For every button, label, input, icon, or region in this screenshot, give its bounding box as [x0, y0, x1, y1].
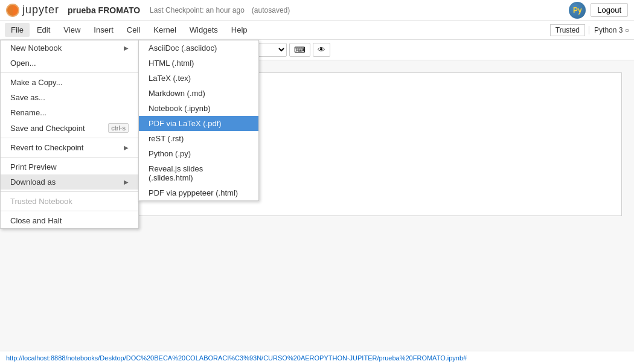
download-python[interactable]: Python (.py): [139, 146, 258, 161]
menu-save-as[interactable]: Save as...: [1, 90, 138, 105]
menu-edit[interactable]: Edit: [31, 23, 56, 37]
python-logo-icon: Py: [569, 2, 586, 19]
menu-close-halt[interactable]: Close and Halt: [1, 213, 138, 228]
download-html[interactable]: HTML (.html): [139, 56, 258, 71]
download-submenu: AsciiDoc (.asciidoc) HTML (.html) LaTeX …: [138, 40, 259, 201]
menu-file[interactable]: File: [5, 23, 30, 37]
topbar: jupyter prueba FROMATO Last Checkpoint: …: [0, 0, 634, 21]
download-rest[interactable]: reST (.rst): [139, 131, 258, 146]
eye-button[interactable]: 👁: [313, 43, 330, 57]
download-pdf-latex[interactable]: PDF via LaTeX (.pdf): [139, 116, 258, 131]
menu-kernel[interactable]: Kernel: [147, 23, 182, 37]
checkpoint-label: Last Checkpoint: an hour ago: [150, 6, 245, 14]
dropdown-sep3: [1, 157, 138, 158]
logout-button[interactable]: Logout: [591, 3, 628, 17]
file-menu-dropdown: New Notebook ▶ Open... Make a Copy... Sa…: [0, 40, 139, 229]
menu-cell[interactable]: Cell: [121, 23, 146, 37]
statusbar: http://localhost:8888/notebooks/Desktop/…: [0, 351, 634, 364]
app-name: jupyter: [22, 4, 59, 16]
autosaved-label: (autosaved): [252, 6, 290, 14]
dropdown-sep5: [1, 211, 138, 211]
menu-rename[interactable]: Rename...: [1, 105, 138, 120]
menu-save-checkpoint[interactable]: Save and Checkpoint ctrl-s: [1, 120, 138, 136]
download-as-arrow-icon: ▶: [124, 179, 129, 185]
kernel-info: Python 3 ○: [589, 26, 629, 34]
menu-make-copy[interactable]: Make a Copy...: [1, 75, 138, 90]
download-revealjs[interactable]: Reveal.js slides (.slides.html): [139, 161, 258, 185]
menu-open[interactable]: Open...: [1, 56, 138, 71]
download-latex[interactable]: LaTeX (.tex): [139, 71, 258, 86]
notebook-url-link[interactable]: http://localhost:8888/notebooks/Desktop/…: [6, 354, 467, 362]
download-markdown[interactable]: Markdown (.md): [139, 86, 258, 101]
revert-checkpoint-arrow-icon: ▶: [124, 144, 129, 151]
notebook-title: prueba FROMATO: [68, 5, 140, 15]
save-checkpoint-kbd: ctrl-s: [108, 123, 129, 133]
menu-new-notebook[interactable]: New Notebook ▶: [1, 40, 138, 56]
dropdown-sep1: [1, 72, 138, 73]
download-pdf-pyppeteer[interactable]: PDF via pyppeteer (.html): [139, 185, 258, 200]
jupyter-spinner-icon: [6, 4, 19, 17]
new-notebook-arrow-icon: ▶: [124, 45, 129, 51]
menu-revert-checkpoint[interactable]: Revert to Checkpoint ▶: [1, 140, 138, 155]
menu-print-preview[interactable]: Print Preview: [1, 159, 138, 174]
dropdown-sep2: [1, 138, 138, 138]
menu-widgets[interactable]: Widgets: [184, 23, 224, 37]
menu-view[interactable]: View: [57, 23, 86, 37]
menu-help[interactable]: Help: [225, 23, 254, 37]
menubar: File Edit View Insert Cell Kernel Widget…: [0, 21, 634, 40]
dropdown-sep4: [1, 191, 138, 192]
jupyter-logo: jupyter: [6, 4, 59, 17]
download-asciidoc[interactable]: AsciiDoc (.asciidoc): [139, 40, 258, 56]
download-notebook[interactable]: Notebook (.ipynb): [139, 101, 258, 116]
menu-trusted-notebook: Trusted Notebook: [1, 194, 138, 209]
keyboard-button[interactable]: ⌨: [289, 43, 310, 57]
menu-download-as[interactable]: Download as ▶: [1, 174, 138, 190]
menu-insert[interactable]: Insert: [88, 23, 120, 37]
trusted-button[interactable]: Trusted: [550, 24, 585, 36]
